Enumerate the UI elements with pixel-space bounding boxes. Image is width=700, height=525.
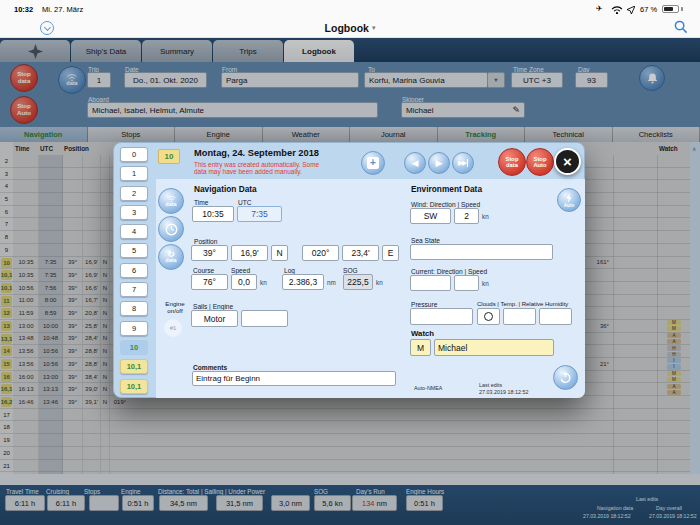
entry-number-button[interactable]: 1 <box>120 166 148 181</box>
current-speed-field[interactable] <box>454 275 479 291</box>
engine-number-badge[interactable]: #1 <box>164 319 182 337</box>
nmea-data-button[interactable]: data <box>158 188 184 214</box>
watch-name-field[interactable]: Michael <box>434 339 554 356</box>
log-unit: nm <box>327 279 336 286</box>
watch-code-field[interactable]: M <box>410 339 431 356</box>
pressure-field[interactable] <box>410 308 473 325</box>
auto-notice-line2: data may have been added manually. <box>194 168 302 175</box>
watch-label: Watch <box>411 329 434 338</box>
entry-number-button[interactable]: 5 <box>120 243 148 258</box>
entry-number-button[interactable]: 6 <box>120 263 148 278</box>
wind-label: Wind: Direction | Speed <box>411 201 480 208</box>
time-now-button[interactable] <box>158 216 184 242</box>
airplane-mode-icon: ✈ <box>596 4 603 13</box>
lat-min-field[interactable]: 16,9' <box>231 245 268 261</box>
utc-field[interactable]: 7:35 <box>237 206 282 222</box>
last-entry-button[interactable]: ▶▶ <box>452 152 474 174</box>
environment-data-heading: Environment Data <box>411 184 482 194</box>
entry-number-button[interactable]: 4 <box>120 224 148 239</box>
prev-entry-button[interactable]: ◀ <box>404 152 426 174</box>
temp-field[interactable] <box>503 308 536 325</box>
sails-engine-label: Sails | Engine <box>193 303 233 310</box>
entry-number-label: 7 <box>132 285 136 294</box>
entry-number-button[interactable]: 10,1 <box>120 379 148 394</box>
engine-lbl: Engine <box>165 300 184 307</box>
stop-lbl2: Auto <box>533 162 546 168</box>
course-field[interactable]: 76° <box>191 274 228 290</box>
engine-onoff-label: Engine on/off <box>160 300 190 314</box>
entry-number-button[interactable]: 7 <box>120 282 148 297</box>
wind-speed-field[interactable]: 2 <box>454 208 479 224</box>
current-dir-field[interactable] <box>410 275 451 291</box>
page-title[interactable]: Logbook <box>325 22 369 34</box>
entry-number-label: 8 <box>132 304 136 313</box>
entry-number-button[interactable]: 10 <box>120 340 148 355</box>
humidity-field[interactable] <box>539 308 572 325</box>
battery-nub <box>681 7 683 11</box>
ew-field[interactable]: E <box>382 245 399 261</box>
wifi-icon <box>611 5 623 16</box>
auto-button[interactable]: Auto <box>557 188 581 212</box>
current-unit: kn <box>482 280 489 287</box>
next-entry-button[interactable]: ▶ <box>428 152 450 174</box>
refresh-data-button[interactable]: ↻ data <box>158 244 184 270</box>
dialog-stop-auto-button[interactable]: StopAuto <box>526 148 554 176</box>
wind-dir-field[interactable]: SW <box>410 208 451 224</box>
engine-field[interactable] <box>241 310 288 327</box>
skip-end-icon: ▶▶ <box>458 159 468 167</box>
lon-deg-field[interactable]: 020° <box>302 245 339 261</box>
speed-unit: kn <box>260 279 267 286</box>
sea-state-field[interactable] <box>410 244 553 260</box>
entry-number-button[interactable]: 3 <box>120 205 148 220</box>
entry-number-button[interactable]: 9 <box>120 321 148 336</box>
last-edits-value: 27.03.2019 18:12:52 <box>479 389 528 395</box>
entry-number-label: 9 <box>132 324 136 333</box>
location-icon <box>627 6 635 16</box>
app-screen: 10:32 Mi. 27. März ✈ 67 % Logbook ▾ Ship… <box>0 0 700 525</box>
entry-number-label: 6 <box>132 266 136 275</box>
sog-label: SOG <box>343 267 358 274</box>
lon-min-field[interactable]: 23,4' <box>342 245 379 261</box>
entry-number-label: 0 <box>132 150 136 159</box>
ns-field[interactable]: N <box>271 245 288 261</box>
entry-dialog: 0 1 2 3 4 5 6 7 8 9 10 10,1 <box>113 142 585 398</box>
sog-field[interactable]: 225,5 <box>343 274 373 290</box>
chevron-down-icon <box>43 23 50 30</box>
comments-label: Comments <box>193 364 227 371</box>
entry-date-title: Montag, 24. September 2018 <box>194 148 319 158</box>
entry-number-button[interactable]: 2 <box>120 186 148 201</box>
entry-number-list: 0 1 2 3 4 5 6 7 8 9 10 10,1 <box>120 147 148 394</box>
clouds-circle-icon <box>484 312 493 321</box>
engine-lbl2: on/off <box>167 307 182 314</box>
sails-field[interactable]: Motor <box>191 310 238 327</box>
battery-percent: 67 % <box>640 5 657 14</box>
dialog-stop-data-button[interactable]: Stopdata <box>498 148 526 176</box>
power-button[interactable] <box>553 365 578 390</box>
auto-nmea-label: Auto-NMEA <box>414 385 442 391</box>
clouds-field[interactable] <box>477 308 500 325</box>
data-button-label: data <box>165 258 176 264</box>
entry-number-button[interactable]: 10,1 <box>120 359 148 374</box>
add-page-button[interactable]: + <box>361 151 385 175</box>
time-label: Time <box>194 199 208 206</box>
comments-field[interactable]: Eintrag für Beginn <box>192 371 396 386</box>
close-button[interactable]: × <box>554 148 581 175</box>
pressure-label: Pressure <box>411 301 437 308</box>
navigation-data-heading: Navigation Data <box>194 184 257 194</box>
plus-page-icon: + <box>367 157 379 169</box>
entry-number-label: 4 <box>132 227 136 236</box>
log-field[interactable]: 2.386,3 <box>282 274 324 290</box>
entry-number-button[interactable]: 8 <box>120 301 148 316</box>
sea-state-label: Sea State <box>411 237 440 244</box>
sync-button[interactable] <box>40 21 54 35</box>
speed-field[interactable]: 0,0 <box>231 274 257 290</box>
entry-number-label: 1 <box>132 169 136 178</box>
time-field[interactable]: 10:35 <box>192 206 234 222</box>
entry-number-button[interactable]: 0 <box>120 147 148 162</box>
lat-deg-field[interactable]: 39° <box>191 245 228 261</box>
search-icon[interactable] <box>674 20 688 38</box>
entry-number-label: 3 <box>132 208 136 217</box>
sog-unit: kn <box>376 279 383 286</box>
speed-label: Speed <box>231 267 250 274</box>
data-button-label: data <box>165 202 176 208</box>
